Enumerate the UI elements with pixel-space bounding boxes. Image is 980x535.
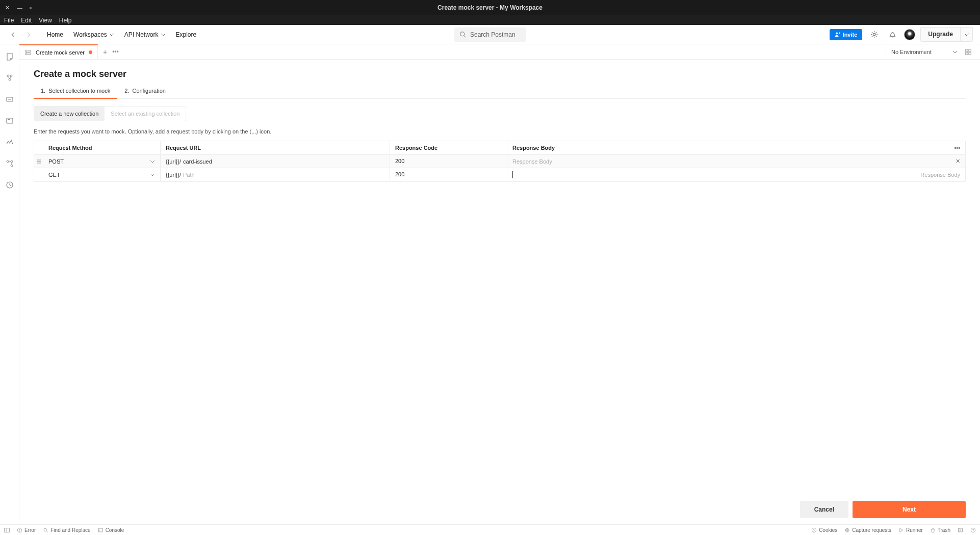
header-body: Response Body ••• — [507, 141, 965, 154]
svg-point-38 — [813, 529, 814, 529]
status-find-replace[interactable]: Find and Replace — [43, 527, 90, 533]
tab-options-button[interactable]: ••• — [112, 48, 119, 56]
new-tab-button[interactable]: + — [103, 48, 107, 56]
grid-options-button[interactable]: ••• — [954, 145, 960, 151]
window-close-icon[interactable]: ✕ — [5, 5, 10, 11]
cancel-button[interactable]: Cancel — [800, 501, 848, 518]
svg-rect-24 — [966, 52, 968, 54]
arrow-right-icon — [28, 32, 30, 37]
environment-selector[interactable]: No Environment — [891, 49, 958, 55]
url-input[interactable]: {{url}}/ Path — [161, 168, 390, 181]
person-plus-icon — [835, 32, 840, 37]
window-minimize-icon[interactable]: — — [17, 5, 22, 11]
svg-rect-48 — [961, 528, 962, 532]
next-button[interactable]: Next — [853, 501, 966, 518]
method-select[interactable]: GET — [43, 168, 161, 181]
wizard-steps: 1. Select collection to mock 2. Configur… — [34, 84, 966, 99]
search-placeholder: Search Postman — [470, 31, 515, 38]
status-capture-requests[interactable]: Capture requests — [844, 527, 891, 533]
status-help[interactable] — [970, 527, 976, 533]
header-code: Response Code — [390, 141, 507, 154]
chevron-down-icon — [150, 159, 155, 164]
sidebar-flows[interactable] — [3, 156, 17, 171]
nav-explore[interactable]: Explore — [176, 31, 197, 38]
step-select-collection[interactable]: 1. Select collection to mock — [34, 84, 117, 99]
svg-point-8 — [10, 75, 12, 77]
svg-rect-25 — [969, 52, 971, 54]
header-url: Request URL — [161, 141, 390, 154]
sidebar-apis[interactable] — [3, 92, 17, 106]
cookie-icon — [811, 527, 817, 533]
svg-rect-22 — [966, 49, 968, 51]
upgrade-dropdown[interactable] — [961, 27, 973, 42]
environment-quicklook-button[interactable] — [962, 45, 975, 59]
nav-home[interactable]: Home — [47, 31, 63, 38]
sidebar-history[interactable] — [3, 178, 17, 192]
sidebar-collections[interactable] — [3, 71, 17, 85]
sidebar-monitors[interactable] — [3, 135, 17, 149]
row-delete-button[interactable]: ✕ — [956, 158, 960, 165]
layout-icon — [958, 527, 963, 533]
top-toolbar: Home Workspaces API Network Explore Sear… — [0, 25, 980, 44]
nav-workspaces[interactable]: Workspaces — [73, 31, 114, 38]
notifications-button[interactable] — [886, 28, 899, 41]
unsaved-dot-icon — [89, 50, 92, 54]
search-icon — [43, 527, 48, 533]
method-select[interactable]: POST — [43, 155, 161, 168]
tab-select-existing-collection[interactable]: Select an existing collection — [105, 106, 186, 121]
menu-view[interactable]: View — [39, 17, 52, 24]
status-sidebar-toggle[interactable] — [4, 527, 10, 533]
sidebar-environments[interactable] — [3, 114, 17, 128]
response-code-input[interactable]: 200 — [390, 155, 507, 168]
svg-point-39 — [814, 530, 815, 530]
svg-rect-13 — [8, 119, 10, 120]
svg-line-35 — [46, 530, 48, 532]
status-trash[interactable]: Trash — [930, 527, 950, 533]
nav-back-button[interactable] — [7, 29, 19, 41]
runner-icon — [898, 527, 904, 533]
status-cookies[interactable]: Cookies — [811, 527, 837, 533]
response-code-input[interactable]: 200 — [390, 168, 507, 181]
search-input[interactable]: Search Postman — [454, 28, 526, 42]
window-maximize-icon[interactable]: ▫ — [30, 5, 32, 11]
help-icon — [970, 527, 976, 533]
menu-help[interactable]: Help — [59, 17, 72, 24]
row-drag-handle[interactable] — [34, 155, 43, 168]
upgrade-button[interactable]: Upgrade — [920, 27, 961, 42]
tab-label: Create mock server — [36, 49, 85, 56]
status-runner[interactable]: Runner — [898, 527, 923, 533]
collections-icon — [6, 74, 14, 82]
settings-button[interactable] — [867, 28, 881, 41]
collection-source-tabs: Create a new collection Select an existi… — [34, 106, 186, 121]
status-two-pane[interactable] — [958, 527, 963, 533]
nav-api-network[interactable]: API Network — [124, 31, 166, 38]
svg-point-20 — [27, 50, 27, 51]
page-body: Create a mock server 1. Select collectio… — [19, 60, 980, 524]
svg-rect-29 — [5, 528, 10, 532]
status-error[interactable]: Error — [17, 527, 36, 533]
menu-edit[interactable]: Edit — [21, 17, 32, 24]
tab-create-new-collection[interactable]: Create a new collection — [34, 106, 105, 121]
url-input[interactable]: {{url}}/ card-issued — [161, 155, 390, 168]
tab-create-mock-server[interactable]: Create mock server — [19, 44, 98, 59]
status-console[interactable]: Console — [98, 527, 124, 533]
flow-icon — [6, 159, 14, 168]
svg-point-21 — [27, 53, 27, 54]
sidebar-scratchpad[interactable] — [3, 49, 17, 64]
step-configuration[interactable]: 2. Configuration — [117, 84, 173, 98]
window-titlebar: ✕ — ▫ Create mock server - My Workspace — [0, 0, 980, 15]
history-icon — [6, 181, 14, 189]
chevron-down-icon — [109, 32, 114, 37]
svg-rect-23 — [969, 49, 971, 51]
search-icon — [459, 31, 466, 38]
menu-file[interactable]: File — [4, 17, 14, 24]
variables-icon — [965, 48, 972, 56]
user-avatar[interactable] — [904, 29, 915, 40]
response-body-input[interactable]: Response Body ✕ — [507, 155, 965, 168]
invite-button[interactable]: Invite — [830, 29, 863, 40]
nav-forward-button[interactable] — [22, 29, 35, 41]
response-body-input[interactable]: Response Body — [507, 168, 965, 181]
trash-icon — [930, 527, 936, 533]
console-icon — [98, 527, 104, 533]
chevron-down-icon — [150, 172, 155, 177]
